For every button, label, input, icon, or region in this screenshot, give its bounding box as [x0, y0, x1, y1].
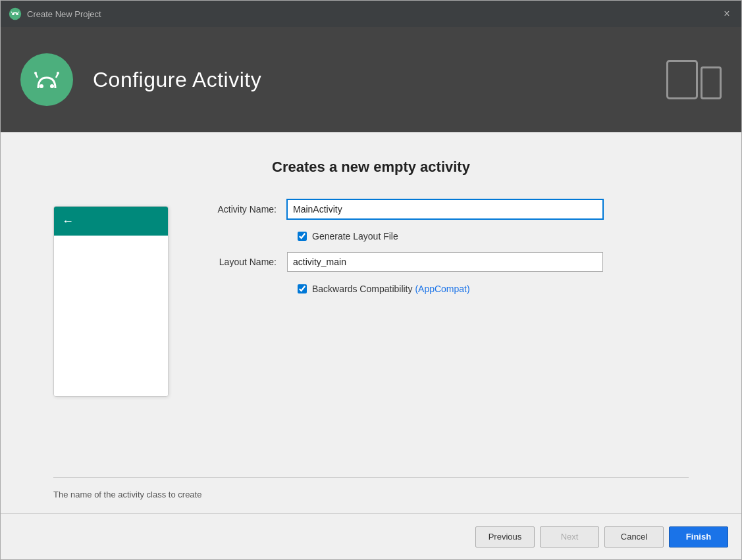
titlebar: Create New Project × — [1, 1, 741, 27]
svg-point-9 — [34, 72, 37, 74]
phone-icon — [701, 66, 722, 99]
phone-preview: ← — [53, 206, 169, 397]
layout-name-input[interactable] — [287, 252, 603, 272]
svg-point-10 — [57, 72, 59, 74]
preview-header: ← — [54, 207, 168, 236]
layout-name-row: Layout Name: — [195, 252, 689, 272]
bottom-section: The name of the activity class to create — [53, 477, 689, 513]
page-heading: Creates a new empty activity — [53, 159, 689, 176]
backwards-compat-label[interactable]: Backwards Compatibility (AppCompat) — [312, 284, 470, 294]
backwards-compat-checkbox[interactable] — [298, 284, 307, 293]
header-title: Configure Activity — [93, 68, 261, 92]
generate-layout-label[interactable]: Generate Layout File — [312, 231, 398, 242]
activity-name-row: Activity Name: — [195, 199, 689, 219]
device-icons — [666, 60, 722, 99]
generate-layout-row: Generate Layout File — [298, 231, 689, 242]
svg-point-6 — [50, 84, 54, 88]
header-logo — [20, 53, 73, 106]
generate-layout-checkbox[interactable] — [298, 232, 307, 241]
layout-name-label: Layout Name: — [195, 257, 287, 267]
svg-point-1 — [13, 14, 14, 16]
finish-button[interactable]: Finish — [669, 526, 728, 547]
close-button[interactable]: × — [720, 7, 733, 20]
content-area: Creates a new empty activity ← Activity … — [1, 132, 741, 513]
svg-point-0 — [9, 8, 21, 20]
titlebar-title: Create New Project — [27, 9, 720, 19]
footer: Previous Next Cancel Finish — [1, 513, 741, 559]
svg-point-5 — [40, 84, 43, 88]
form-area: ← Activity Name: Generate Layout File — [53, 199, 689, 397]
dialog-window: Create New Project × Configure Activity … — [0, 0, 742, 560]
backwards-compat-row: Backwards Compatibility (AppCompat) — [298, 284, 689, 294]
activity-name-label: Activity Name: — [195, 204, 287, 215]
previous-button[interactable]: Previous — [475, 526, 535, 547]
app-icon — [9, 7, 22, 20]
form-fields: Activity Name: Generate Layout File Layo… — [195, 199, 689, 305]
header-banner: Configure Activity — [1, 27, 741, 132]
hint-text: The name of the activity class to create — [53, 490, 201, 499]
svg-line-3 — [11, 12, 12, 13]
back-arrow-icon: ← — [62, 215, 74, 228]
svg-point-2 — [16, 14, 18, 16]
preview-body — [54, 236, 168, 396]
svg-line-4 — [18, 12, 19, 13]
tablet-icon — [666, 60, 698, 99]
next-button[interactable]: Next — [540, 526, 599, 547]
cancel-button[interactable]: Cancel — [604, 526, 664, 547]
activity-name-input[interactable] — [287, 199, 603, 219]
